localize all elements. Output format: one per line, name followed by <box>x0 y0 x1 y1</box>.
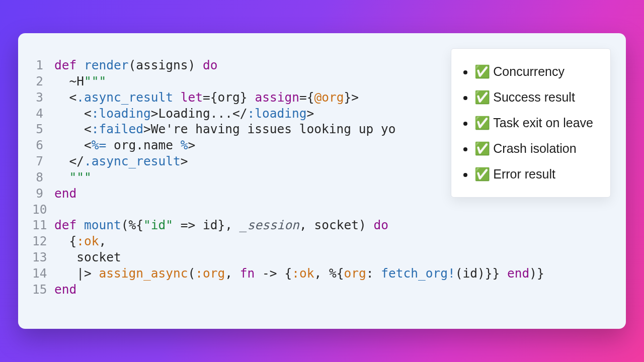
code-token: """ <box>84 74 106 88</box>
code-token: :loading <box>248 106 307 121</box>
code-token: ) <box>359 218 374 232</box>
code-line: 13 socket <box>32 249 612 265</box>
line-content: {:ok, <box>54 233 106 249</box>
code-card: 1def render(assigns) do2 ~H"""3 <.async_… <box>18 33 626 329</box>
line-content: <%= org.name %> <box>54 137 195 153</box>
code-token: render <box>84 58 129 72</box>
line-content: |> assign_async(:org, fn -> {:ok, %{org:… <box>54 265 544 282</box>
code-token: < <box>84 122 92 136</box>
code-token: :ok <box>292 266 314 281</box>
code-token: : <box>366 266 381 281</box>
check-icon: ✅ <box>474 141 490 155</box>
code-token: |> <box>76 266 99 281</box>
line-number: 12 <box>32 233 54 249</box>
line-content: def mount(%{"id" => id}, _session, socke… <box>54 217 388 233</box>
checklist-item-label: Error result <box>493 167 555 181</box>
code-token: (%{ <box>121 218 143 232</box>
code-token: , <box>299 218 314 232</box>
code-token: , %{ <box>314 266 344 281</box>
line-content: ~H""" <box>54 73 106 89</box>
code-token: id <box>462 266 477 281</box>
check-icon: ✅ <box>474 64 490 78</box>
code-token <box>54 106 84 121</box>
check-icon: ✅ <box>474 116 490 130</box>
code-token: { <box>284 266 292 281</box>
code-token: .async_result <box>84 154 181 168</box>
code-token <box>54 266 76 281</box>
check-icon: ✅ <box>474 90 490 104</box>
code-token: socket <box>314 218 359 232</box>
code-token: </ <box>232 106 248 121</box>
line-number: 1 <box>32 57 54 73</box>
line-number: 11 <box>32 217 54 233</box>
line-number: 10 <box>32 202 54 218</box>
code-token: = <box>203 90 210 105</box>
line-number: 13 <box>32 249 54 265</box>
code-token: > <box>143 122 151 136</box>
code-token: id <box>203 218 218 232</box>
code-token: def <box>54 218 84 232</box>
code-token: % <box>181 138 188 152</box>
code-token <box>54 90 69 105</box>
code-token: , <box>99 234 107 248</box>
line-number: 5 <box>32 121 54 137</box>
code-token: fetch_org! <box>381 266 455 281</box>
line-content: """ <box>54 169 92 186</box>
checklist-item-label: Success result <box>493 90 575 104</box>
line-content: <.async_result let={org} assign={@org}> <box>54 89 359 106</box>
code-token: :ok <box>76 234 99 248</box>
code-token: socket <box>54 250 121 264</box>
line-number: 9 <box>32 186 54 202</box>
code-token: assign <box>255 90 299 105</box>
line-content: <:failed>We're having issues looking up … <box>54 121 396 137</box>
code-token: < <box>69 90 77 105</box>
code-token: > <box>181 154 188 168</box>
code-token: ) <box>188 58 203 72</box>
code-token: Loading... <box>158 106 233 121</box>
checklist-item: ✅Error result <box>474 161 593 187</box>
code-token: > <box>188 138 196 152</box>
code-token: end <box>507 266 529 281</box>
line-content: <:loading>Loading...</:loading> <box>54 106 314 122</box>
checklist-item: ✅Concurrency <box>474 59 593 84</box>
code-token: ( <box>129 58 136 72</box>
check-icon: ✅ <box>474 167 490 181</box>
line-content: socket <box>54 249 121 265</box>
line-content: </.async_result> <box>54 153 188 169</box>
code-line: 14 |> assign_async(:org, fn -> {:ok, %{o… <box>32 265 612 282</box>
code-token: -> <box>255 266 284 281</box>
line-number: 7 <box>32 153 54 169</box>
code-token <box>54 234 69 248</box>
code-token: }, <box>218 218 240 232</box>
code-token: )} <box>529 266 544 281</box>
code-token <box>54 138 84 152</box>
line-number: 15 <box>32 282 54 298</box>
code-token: @org <box>314 90 344 105</box>
code-token <box>54 170 69 185</box>
checklist-item: ✅Success result <box>474 84 593 110</box>
code-token: _session <box>240 218 299 232</box>
code-token: :loading <box>92 106 151 121</box>
code-token: > <box>151 106 158 121</box>
code-token: end <box>54 186 76 201</box>
code-token: def <box>54 58 84 72</box>
code-token: .async_result <box>76 90 181 105</box>
checklist-item: ✅Crash isolation <box>474 136 593 161</box>
code-token: )}} <box>477 266 507 281</box>
line-number: 8 <box>32 169 54 186</box>
code-token: org.name <box>114 138 181 152</box>
code-token: end <box>54 282 76 297</box>
line-number: 4 <box>32 106 54 122</box>
code-line: 10 <box>32 202 612 218</box>
code-token: assigns <box>136 58 188 72</box>
code-token: = <box>299 90 307 105</box>
code-token: :failed <box>92 122 143 136</box>
code-token: { <box>69 234 77 248</box>
code-token: """ <box>69 170 92 185</box>
checklist-item-label: Task exit on leave <box>493 116 593 130</box>
code-token: ( <box>188 266 196 281</box>
checklist-item-label: Concurrency <box>493 64 565 78</box>
code-token: mount <box>84 218 121 232</box>
code-token: }> <box>344 90 359 105</box>
code-token: } <box>240 90 255 105</box>
